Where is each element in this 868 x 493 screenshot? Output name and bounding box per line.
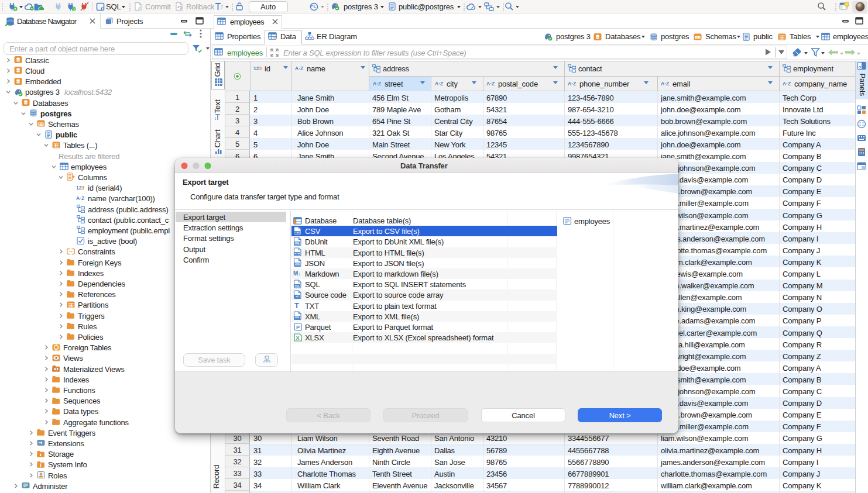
svg-text:XML: XML — [294, 316, 300, 319]
svg-text:JSN: JSN — [295, 263, 300, 266]
svg-text:P: P — [296, 324, 300, 330]
svg-text:X: X — [296, 335, 300, 340]
svg-text:XML: XML — [294, 242, 300, 244]
svg-text:c#: c# — [296, 295, 299, 298]
svg-text:HTM: HTM — [294, 252, 300, 255]
svg-text:SQL: SQL — [294, 284, 300, 287]
svg-text:CSV: CSV — [294, 231, 300, 234]
